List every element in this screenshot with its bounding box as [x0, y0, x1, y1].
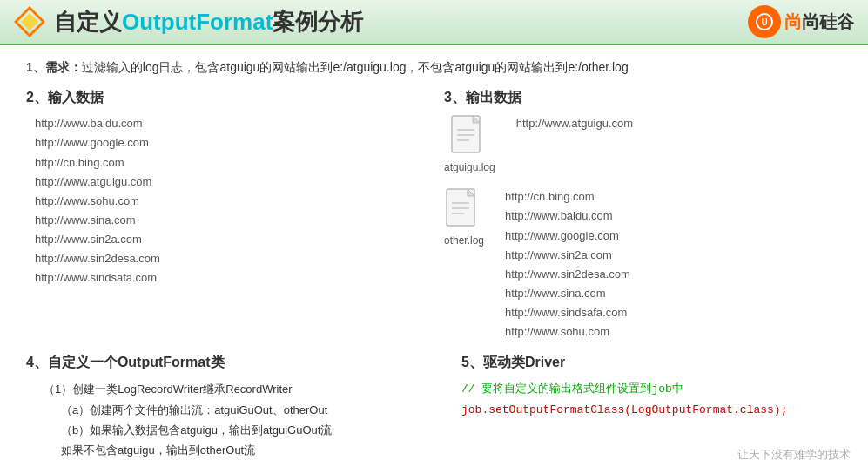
page-title: 自定义OutputFormat案例分析 — [54, 7, 363, 37]
input-section: 2、输入数据 http://www.baidu.com http://www.g… — [26, 89, 444, 342]
file-group-atguigu: atguigu.log — [444, 114, 495, 173]
logo-icon — [14, 6, 45, 37]
output-group: atguigu.log http://www.atguigu.com — [444, 114, 842, 342]
file-group-other: other.log — [444, 187, 484, 247]
list-item: http://www.google.com — [505, 227, 630, 246]
output-title: 3、输出数据 — [444, 89, 842, 107]
requirement-line: 1、需求：过滤输入的log日志，包含atguigu的网站输出到e:/atguig… — [26, 58, 842, 77]
list-item: http://www.atguigu.com — [516, 114, 633, 133]
file-icon-atguigu — [450, 114, 488, 159]
list-item: http://www.sindsafa.com — [505, 303, 630, 322]
custom-item-a: （a）创建两个文件的输出流：atguiGuOut、otherOut — [44, 400, 427, 420]
output-row-atguigu: atguigu.log http://www.atguigu.com — [444, 114, 842, 173]
code-comment: // 要将自定义的输出格式组件设置到job中 — [461, 379, 842, 399]
bottom-section: 4、自定义一个OutputFormat类 （1）创建一类LogRecordWri… — [26, 354, 842, 461]
list-item: http://cn.bing.com — [35, 153, 444, 173]
list-item: http://www.sindsafa.com — [35, 268, 444, 288]
brand-circle: U — [748, 5, 781, 38]
list-item: http://www.sin2desa.com — [505, 265, 630, 284]
custom-item-1: （1）创建一类LogRecordWriter继承RecordWriter — [44, 379, 427, 399]
output-row-other: other.log http://cn.bing.com http://www.… — [444, 187, 842, 342]
file-label-atguigu: atguigu.log — [444, 161, 495, 173]
two-column-layout: 2、输入数据 http://www.baidu.com http://www.g… — [26, 89, 842, 342]
driver-title: 5、驱动类Driver — [461, 354, 842, 372]
input-title: 2、输入数据 — [26, 89, 444, 107]
input-list: http://www.baidu.com http://www.google.c… — [26, 114, 444, 288]
output-section: 3、输出数据 atguigu.log — [444, 89, 842, 342]
output-urls-other: http://cn.bing.com http://www.baidu.com … — [505, 187, 630, 342]
code-block: // 要将自定义的输出格式组件设置到job中 job.setOutputForm… — [461, 379, 842, 420]
output-urls-atguigu: http://www.atguigu.com — [516, 114, 633, 133]
brand-icon: U — [755, 12, 774, 31]
custom-section: 4、自定义一个OutputFormat类 （1）创建一类LogRecordWri… — [26, 354, 427, 461]
list-item: http://www.baidu.com — [35, 114, 444, 133]
list-item: http://www.sin2desa.com — [35, 249, 444, 268]
requirement-text: 过滤输入的log日志，包含atguigu的网站输出到e:/atguigu.log… — [82, 60, 629, 74]
header-left: 自定义OutputFormat案例分析 — [14, 6, 363, 37]
code-line: job.setOutputFormatClass(LogOutputFormat… — [461, 400, 842, 420]
file-label-other: other.log — [444, 234, 484, 247]
main-content: 1、需求：过滤输入的log日志，包含atguigu的网站输出到e:/atguig… — [0, 45, 868, 467]
requirement-label: 1、需求： — [26, 60, 82, 74]
file-icon-other — [445, 187, 483, 233]
brand-logo: U 尚尚硅谷 — [748, 5, 854, 38]
watermark: 让天下没有难学的技术 — [737, 447, 851, 463]
header: 自定义OutputFormat案例分析 U 尚尚硅谷 — [0, 0, 868, 45]
list-item: http://www.google.com — [35, 133, 444, 152]
list-item: http://www.atguigu.com — [35, 173, 444, 192]
list-item: http://cn.bing.com — [505, 187, 630, 206]
custom-items: （1）创建一类LogRecordWriter继承RecordWriter （a）… — [26, 379, 427, 461]
custom-title: 4、自定义一个OutputFormat类 — [26, 354, 427, 372]
list-item: http://www.sohu.com — [505, 322, 630, 342]
list-item: http://www.sin2a.com — [35, 230, 444, 249]
custom-item-b2: 如果不包含atguigu，输出到otherOut流 — [44, 440, 427, 460]
svg-text:U: U — [761, 17, 767, 27]
list-item: http://www.baidu.com — [505, 206, 630, 226]
list-item: http://www.sin2a.com — [505, 246, 630, 265]
list-item: http://www.sina.com — [505, 284, 630, 303]
brand-name: 尚尚硅谷 — [784, 10, 854, 34]
driver-section: 5、驱动类Driver // 要将自定义的输出格式组件设置到job中 job.s… — [461, 354, 842, 461]
list-item: http://www.sohu.com — [35, 192, 444, 211]
custom-item-b: （b）如果输入数据包含atguigu，输出到atguiGuOut流 — [44, 420, 427, 440]
list-item: http://www.sina.com — [35, 211, 444, 230]
